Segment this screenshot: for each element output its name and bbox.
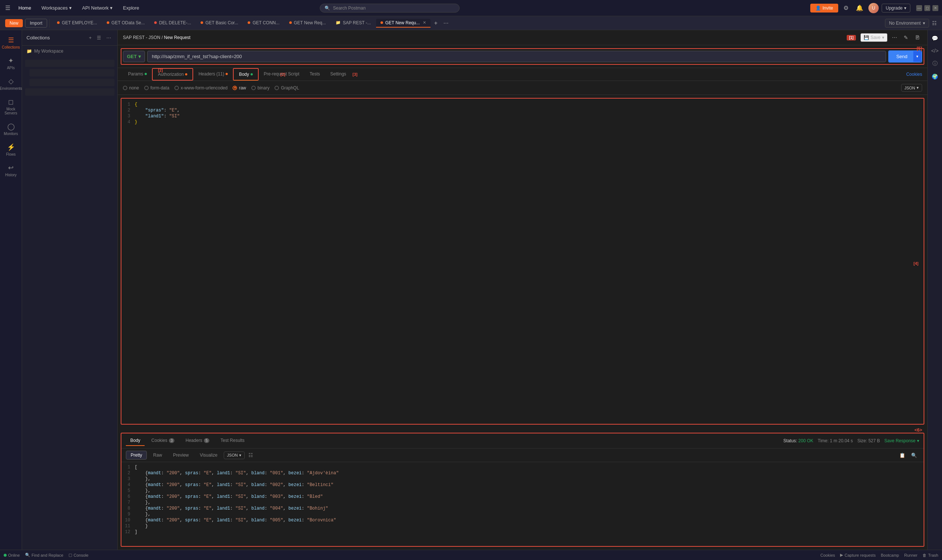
add-collection-button[interactable]: + — [87, 34, 94, 42]
cookies-bottom-button[interactable]: Cookies — [820, 552, 835, 557]
urlencoded-option[interactable]: x-www-form-urlencoded — [174, 85, 228, 91]
nav-api-network[interactable]: API Network ▾ — [78, 4, 116, 12]
bootcamp-button[interactable]: Bootcamp — [881, 552, 899, 557]
invite-button[interactable]: 👤 Invite — [810, 4, 838, 12]
body-tab[interactable]: Body — [233, 68, 258, 81]
new-button[interactable]: New — [5, 19, 23, 27]
more-tabs-button[interactable]: ⋯ — [441, 19, 451, 28]
more-options-button[interactable]: ⋯ — [890, 33, 899, 42]
binary-radio[interactable] — [251, 86, 256, 90]
code-icon[interactable]: </> — [929, 46, 940, 56]
capture-requests-button[interactable]: ▶ Capture requests — [840, 552, 876, 557]
more-options-icon[interactable]: ⋯ — [105, 34, 113, 42]
settings-icon[interactable]: ⚙ — [841, 2, 851, 14]
save-button[interactable]: 💾 Save ▾ — [860, 33, 888, 42]
avatar[interactable]: U — [868, 3, 879, 13]
graphql-radio[interactable] — [274, 86, 279, 90]
visualize-tab[interactable]: Visualize — [195, 451, 222, 460]
response-cookies-tab[interactable]: Cookies 3 — [147, 435, 179, 446]
sidebar-item-monitors[interactable]: ◯ Monitors — [2, 120, 21, 139]
url-input[interactable] — [147, 51, 886, 62]
save-response-button[interactable]: Save Response ▾ — [884, 438, 919, 443]
nav-home[interactable]: Home — [15, 4, 35, 12]
tab-close-icon[interactable]: ✕ — [423, 20, 426, 25]
sidebar-item-apis[interactable]: ✦ APIs — [2, 54, 21, 73]
urlencoded-radio[interactable] — [174, 86, 179, 90]
raw-option[interactable]: raw — [232, 85, 246, 91]
trash-button[interactable]: 🗑 Trash — [922, 552, 938, 557]
info-icon[interactable]: ⓘ — [930, 58, 940, 69]
maximize-button[interactable]: ◻ — [924, 5, 930, 11]
upgrade-button[interactable]: Upgrade ▾ — [882, 4, 910, 12]
console-button[interactable]: ▢ Console — [68, 552, 88, 557]
send-button[interactable]: Send — [889, 51, 915, 62]
settings-tab[interactable]: Settings — [325, 68, 351, 80]
comment-icon[interactable]: 💬 — [930, 33, 940, 43]
minimize-button[interactable]: — — [916, 5, 922, 11]
sidebar-item-flows[interactable]: ⚡ Flows — [2, 140, 21, 159]
environment-selector[interactable]: No Environment ▾ — [885, 19, 929, 28]
params-tab[interactable]: Params — [123, 68, 152, 80]
doc-icon[interactable]: 🖹 — [913, 33, 922, 42]
request-body-editor[interactable]: 1 { 2 "spras": "E", 3 "land1": "SI" — [121, 98, 924, 425]
filter-icon[interactable]: ☷ — [246, 451, 256, 459]
raw-tab[interactable]: Raw — [148, 451, 167, 460]
import-button[interactable]: Import — [25, 19, 47, 28]
left-panel-actions: + ☰ ⋯ — [87, 34, 113, 42]
headers-tab[interactable]: Headers (11) — [193, 68, 233, 80]
edit-icon[interactable]: ✎ — [902, 33, 910, 42]
search-bar[interactable]: 🔍 Search Postman — [320, 4, 460, 12]
none-radio[interactable] — [123, 86, 127, 90]
main-layout: ☰ Collections ✦ APIs ◇ Environments ◻ Mo… — [0, 30, 942, 550]
method-selector[interactable]: GET ▾ — [123, 51, 145, 62]
form-data-option[interactable]: form-data — [144, 85, 169, 91]
hamburger-menu[interactable]: ☰ — [4, 3, 12, 13]
authorization-tab[interactable]: Authorization [2] — [152, 68, 193, 81]
workspace-label[interactable]: 📁 My Workspace — [22, 46, 117, 57]
code-line-3: 3 "land1": "SI" — [122, 113, 924, 119]
runner-button[interactable]: Runner — [904, 552, 917, 557]
online-status[interactable]: Online — [4, 553, 20, 557]
preview-tab[interactable]: Preview — [168, 451, 194, 460]
add-tab-button[interactable]: + — [431, 18, 440, 28]
tab-delete[interactable]: DEL DELETE-... — [150, 19, 195, 28]
binary-option[interactable]: binary — [251, 85, 270, 91]
sidebar-item-mock-servers[interactable]: ◻ Mock Servers — [2, 95, 21, 118]
none-option[interactable]: none — [123, 85, 139, 91]
response-body-tab[interactable]: Body — [126, 435, 145, 446]
tab-sap-rest[interactable]: 📁 SAP REST -... — [331, 19, 375, 28]
close-button[interactable]: ✕ — [933, 5, 938, 11]
grid-icon[interactable]: ☷ — [930, 19, 939, 28]
tests-tab[interactable]: Tests — [304, 68, 325, 80]
send-dropdown-button[interactable]: ▾ — [913, 51, 921, 62]
copy-icon[interactable]: 📋 — [897, 451, 907, 459]
location-icon[interactable]: 🌍 — [930, 71, 940, 82]
cookies-link[interactable]: Cookies — [906, 72, 922, 77]
raw-radio[interactable] — [232, 86, 237, 90]
tab-get-employee[interactable]: GET EMPLOYE... — [52, 19, 102, 28]
find-replace-button[interactable]: 🔍 Find and Replace — [25, 552, 63, 557]
filter-icon[interactable]: ☰ — [95, 34, 103, 42]
tab-conn[interactable]: GET CONN... — [243, 19, 284, 28]
tab-odata[interactable]: GET OData Se... — [102, 19, 149, 28]
bell-icon[interactable]: 🔔 — [854, 2, 865, 14]
test-results-tab[interactable]: Test Results — [216, 435, 249, 446]
graphql-option[interactable]: GraphQL — [274, 85, 299, 91]
sidebar-item-collections[interactable]: ☰ Collections — [2, 33, 21, 52]
response-format-selector[interactable]: JSON ▾ — [224, 451, 245, 459]
nav-workspaces[interactable]: Workspaces ▾ — [38, 4, 75, 12]
tab-basic-cors[interactable]: GET Basic Cor... — [196, 19, 243, 28]
sidebar-item-history[interactable]: ↩ History — [2, 161, 21, 180]
sidebar-item-environments[interactable]: ◇ Environments — [2, 74, 21, 94]
response-headers-tab[interactable]: Headers 5 — [181, 435, 214, 446]
form-data-radio[interactable] — [144, 86, 149, 90]
json-format-selector[interactable]: JSON ▾ — [901, 84, 922, 92]
code-line-1: 1 { — [122, 102, 924, 108]
tab-new-request[interactable]: GET New Requ... ✕ — [376, 19, 431, 28]
search-response-icon[interactable]: 🔍 — [909, 451, 919, 459]
pretty-tab[interactable]: Pretty — [126, 451, 147, 460]
nav-explore[interactable]: Explore — [119, 4, 143, 12]
bottom-bar: Online 🔍 Find and Replace ▢ Console Cook… — [0, 550, 942, 560]
auth-dot — [185, 73, 187, 75]
tab-new-req-1[interactable]: GET New Req... — [285, 19, 331, 28]
